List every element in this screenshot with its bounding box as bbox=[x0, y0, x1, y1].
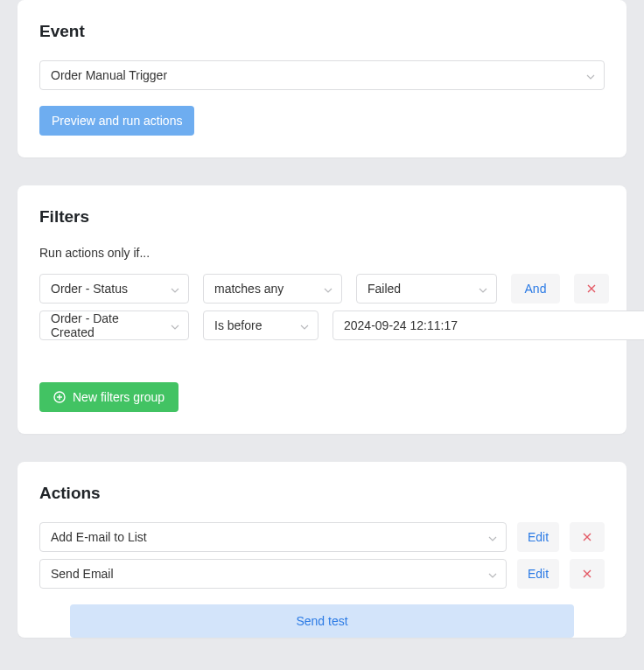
chevron-down-icon bbox=[488, 530, 497, 544]
new-filters-group-button[interactable]: New filters group bbox=[39, 382, 178, 412]
actions-title: Actions bbox=[39, 484, 605, 503]
action-name: Send Email bbox=[51, 567, 114, 581]
action-edit-label: Edit bbox=[528, 530, 549, 544]
filter-field-select[interactable]: Order - Date Created bbox=[39, 311, 189, 340]
action-remove-button[interactable] bbox=[570, 522, 605, 552]
filter-operator-select[interactable]: matches any bbox=[203, 274, 342, 304]
action-remove-button[interactable] bbox=[570, 559, 605, 589]
action-row: Add E-mail to List Edit bbox=[39, 522, 605, 552]
filter-field-value: Order - Date Created bbox=[51, 311, 162, 339]
filter-field-value: Order - Status bbox=[51, 282, 128, 296]
filters-title: Filters bbox=[39, 207, 605, 227]
event-select[interactable]: Order Manual Trigger bbox=[39, 60, 605, 90]
filter-value-select[interactable]: Failed bbox=[356, 274, 497, 304]
filters-helper: Run actions only if... bbox=[39, 246, 605, 260]
filter-field-select[interactable]: Order - Status bbox=[39, 274, 189, 304]
filter-date-value: 2024-09-24 12:11:17 bbox=[344, 318, 458, 332]
chevron-down-icon bbox=[300, 318, 309, 332]
filter-operator-select[interactable]: Is before bbox=[203, 311, 318, 340]
filter-row: Order - Date Created Is before 2024-09-2… bbox=[39, 311, 605, 340]
action-edit-button[interactable]: Edit bbox=[517, 559, 559, 589]
preview-run-label: Preview and run actions bbox=[52, 115, 182, 127]
plus-circle-icon bbox=[53, 391, 66, 403]
action-select[interactable]: Add E-mail to List bbox=[39, 522, 507, 552]
filter-operator-value: matches any bbox=[214, 282, 284, 296]
close-icon bbox=[587, 283, 596, 296]
filters-card: Filters Run actions only if... Order - S… bbox=[18, 185, 626, 434]
chevron-down-icon bbox=[479, 282, 487, 296]
send-test-label: Send test bbox=[296, 614, 347, 628]
chevron-down-icon bbox=[586, 68, 595, 82]
chevron-down-icon bbox=[171, 282, 179, 296]
filter-value-text: Failed bbox=[368, 282, 401, 296]
action-edit-label: Edit bbox=[528, 567, 549, 581]
action-row: Send Email Edit bbox=[39, 559, 605, 589]
event-select-value: Order Manual Trigger bbox=[51, 68, 167, 82]
filter-operator-value: Is before bbox=[214, 318, 262, 332]
send-test-button[interactable]: Send test bbox=[70, 604, 574, 638]
chevron-down-icon bbox=[488, 567, 497, 581]
preview-run-button[interactable]: Preview and run actions bbox=[39, 106, 194, 136]
close-icon bbox=[583, 531, 592, 544]
filter-remove-button[interactable] bbox=[574, 274, 609, 304]
new-filters-group-label: New filters group bbox=[73, 391, 164, 403]
close-icon bbox=[583, 568, 592, 581]
action-edit-button[interactable]: Edit bbox=[517, 522, 559, 552]
filter-date-input[interactable]: 2024-09-24 12:11:17 bbox=[332, 311, 644, 340]
action-select[interactable]: Send Email bbox=[39, 559, 507, 589]
filter-and-label: And bbox=[525, 282, 547, 296]
chevron-down-icon bbox=[324, 282, 332, 296]
actions-card: Actions Add E-mail to List Edit Send Ema… bbox=[18, 462, 626, 638]
filter-and-button[interactable]: And bbox=[511, 274, 560, 304]
action-name: Add E-mail to List bbox=[51, 530, 147, 544]
event-title: Event bbox=[39, 22, 605, 41]
filter-row: Order - Status matches any Failed And bbox=[39, 274, 605, 304]
chevron-down-icon bbox=[171, 318, 179, 332]
event-card: Event Order Manual Trigger Preview and r… bbox=[18, 0, 626, 157]
